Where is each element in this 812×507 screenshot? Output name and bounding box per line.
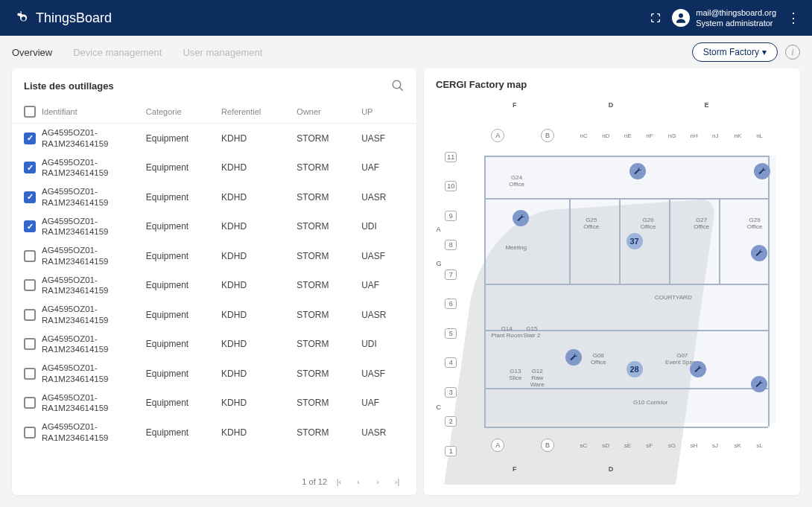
axis-label: D — [609, 101, 614, 109]
room-label: G27Office — [694, 217, 709, 231]
axis-label: sE — [624, 442, 631, 449]
table-row[interactable]: AG4595OZ01-RA1M234614159EquipmentKDHDSTO… — [12, 212, 416, 242]
room-label: G14Plant Room — [491, 326, 522, 339]
room-label: G10 Corridor — [633, 400, 667, 406]
room-label: G28Office — [747, 217, 763, 231]
axis-num: 6 — [445, 299, 457, 309]
row-checkbox[interactable] — [24, 427, 36, 439]
tab-device-management[interactable]: Device management — [73, 47, 162, 58]
table-row[interactable]: AG4595OZ01-RA1M234614159EquipmentKDHDSTO… — [12, 359, 416, 389]
cell-id: AG4595OZ01-RA1M234614159 — [42, 421, 146, 443]
axis-label: nC — [580, 133, 588, 139]
table-row[interactable]: AG4595OZ01-RA1M234614159EquipmentKDHDSTO… — [12, 418, 416, 447]
cell-id: AG4595OZ01-RA1M234614159 — [42, 245, 146, 267]
cell-owner: STORM — [296, 369, 361, 379]
factory-map[interactable]: FDEABnCnDnEnFnGnHnJnKnL1110987654321AGCA… — [434, 98, 790, 485]
cell-up: UAF — [361, 280, 405, 290]
svg-point-1 — [393, 80, 401, 89]
cell-category: Equipment — [146, 310, 221, 320]
first-page-button[interactable]: |‹ — [332, 474, 346, 489]
cell-owner: STORM — [296, 280, 361, 290]
user-menu[interactable]: mail@thingsboard.org System administrato… — [672, 7, 776, 29]
kebab-icon[interactable]: ⋮ — [787, 10, 800, 26]
axis-label: C — [436, 404, 441, 411]
axis-label: sJ — [712, 442, 718, 449]
list-panel: Liste des outillages Identifiant Categor… — [12, 68, 416, 495]
info-icon[interactable]: i — [785, 45, 800, 60]
last-page-button[interactable]: ›| — [390, 474, 405, 489]
row-checkbox[interactable] — [24, 309, 36, 321]
table-row[interactable]: AG4595OZ01-RA1M234614159EquipmentKDHDSTO… — [12, 153, 416, 183]
map-marker-wrench[interactable] — [690, 361, 706, 377]
cell-owner: STORM — [296, 133, 361, 144]
axis-label: nJ — [712, 133, 718, 139]
cell-id: AG4595OZ01-RA1M234614159 — [42, 363, 146, 384]
prev-page-button[interactable]: ‹ — [351, 474, 366, 489]
col-identifiant[interactable]: Identifiant — [42, 107, 146, 116]
logo-icon — [12, 10, 28, 26]
cell-id: AG4595OZ01-RA1M234614159 — [42, 216, 146, 237]
row-checkbox[interactable] — [24, 162, 36, 173]
cell-up: UASF — [361, 369, 405, 379]
tab-overview[interactable]: Overview — [12, 47, 52, 58]
row-checkbox[interactable] — [24, 279, 36, 291]
col-owner[interactable]: Owner — [296, 107, 361, 116]
app-header: ThingsBoard mail@thingsboard.org System … — [0, 0, 812, 36]
map-marker-wrench[interactable] — [751, 376, 767, 392]
map-marker-wrench[interactable] — [751, 245, 767, 261]
cell-category: Equipment — [146, 221, 221, 232]
fullscreen-icon[interactable] — [650, 12, 662, 24]
row-checkbox[interactable] — [24, 250, 36, 262]
cell-up: UASR — [361, 192, 405, 203]
map-marker-count[interactable]: 28 — [627, 361, 643, 377]
row-checkbox[interactable] — [24, 133, 36, 144]
axis-num: 3 — [445, 387, 457, 398]
table-row[interactable]: AG4595OZ01-RA1M234614159EquipmentKDHDSTO… — [12, 330, 416, 360]
room-label: G12RawWare — [530, 369, 545, 388]
table-row[interactable]: AG4595OZ01-RA1M234614159EquipmentKDHDSTO… — [12, 124, 416, 153]
header-left: ThingsBoard — [12, 10, 112, 26]
axis-circle: B — [541, 439, 554, 452]
cell-referentiel: KDHD — [221, 398, 296, 408]
row-checkbox[interactable] — [24, 397, 36, 409]
row-checkbox[interactable] — [24, 191, 36, 203]
factory-selector[interactable]: Storm Factory ▾ — [692, 42, 778, 62]
cell-id: AG4595OZ01-RA1M234614159 — [42, 392, 146, 414]
table-row[interactable]: AG4595OZ01-RA1M234614159EquipmentKDHDSTO… — [12, 389, 416, 418]
axis-label: G — [436, 260, 441, 267]
cell-category: Equipment — [146, 133, 221, 144]
select-all-checkbox[interactable] — [24, 106, 36, 118]
room-label: Meeting — [505, 245, 526, 252]
row-checkbox[interactable] — [24, 220, 36, 232]
row-checkbox[interactable] — [24, 338, 36, 350]
room-label: G26Office — [641, 217, 656, 231]
room-label: G13Slice — [509, 369, 521, 382]
chevron-down-icon: ▾ — [762, 47, 767, 57]
table-row[interactable]: AG4595OZ01-RA1M234614159EquipmentKDHDSTO… — [12, 271, 416, 301]
table-row[interactable]: AG4595OZ01-RA1M234614159EquipmentKDHDSTO… — [12, 182, 416, 212]
cell-owner: STORM — [296, 339, 361, 349]
row-checkbox[interactable] — [24, 368, 36, 380]
cell-referentiel: KDHD — [221, 339, 296, 349]
col-categorie[interactable]: Categorie — [146, 107, 221, 116]
map-panel: CERGI Factory map FDEABnCnDnEnFnGnHnJnKn… — [424, 68, 800, 495]
map-marker-wrench[interactable] — [513, 210, 529, 226]
pager-text: 1 of 12 — [302, 477, 327, 486]
col-up[interactable]: UP — [361, 107, 405, 116]
search-icon[interactable] — [391, 79, 405, 92]
tab-user-management[interactable]: User management — [183, 47, 262, 58]
axis-label: sC — [580, 442, 588, 449]
table-row[interactable]: AG4595OZ01-RA1M234614159EquipmentKDHDSTO… — [12, 241, 416, 271]
axis-num: 11 — [445, 152, 457, 162]
cell-referentiel: KDHD — [221, 133, 296, 144]
map-marker-count[interactable]: 37 — [627, 233, 643, 249]
cell-up: UDI — [361, 339, 405, 349]
axis-label: nD — [602, 133, 609, 139]
cell-category: Equipment — [146, 280, 221, 290]
cell-id: AG4595OZ01-RA1M234614159 — [42, 186, 146, 208]
cell-category: Equipment — [146, 162, 221, 173]
cell-up: UDI — [361, 221, 405, 232]
col-referentiel[interactable]: Referentiel — [221, 107, 296, 116]
next-page-button[interactable]: › — [370, 474, 385, 489]
table-row[interactable]: AG4595OZ01-RA1M234614159EquipmentKDHDSTO… — [12, 300, 416, 330]
